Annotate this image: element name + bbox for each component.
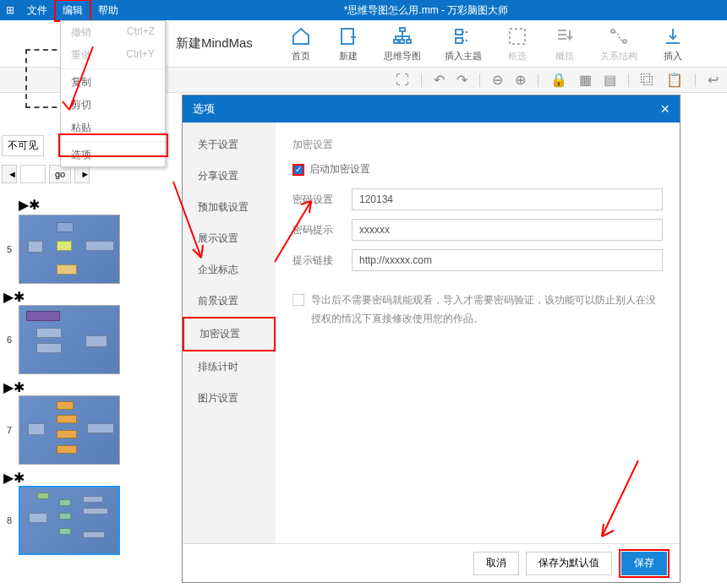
grid-icon[interactable]: ▦ bbox=[579, 72, 592, 88]
layers-icon[interactable]: ▤ bbox=[604, 72, 616, 88]
menu-paste[interactable]: 粘贴 bbox=[61, 117, 165, 139]
svg-rect-3 bbox=[400, 40, 404, 43]
thumb-num: 6 bbox=[3, 335, 15, 345]
sidebar-item-rehearse[interactable]: 排练计时 bbox=[183, 351, 276, 383]
hint-input[interactable] bbox=[352, 219, 663, 241]
back-icon[interactable]: ↩ bbox=[708, 72, 719, 88]
redo-icon[interactable]: ↷ bbox=[456, 72, 467, 88]
prev-button[interactable]: ◄ bbox=[2, 165, 17, 183]
tab-name: 新建MindMaster bbox=[176, 35, 252, 52]
thumbnail-selected[interactable] bbox=[19, 486, 120, 555]
dialog-footer: 取消 保存为默认值 保存 bbox=[183, 543, 680, 582]
password-input[interactable] bbox=[352, 188, 663, 210]
menu-help[interactable]: 帮助 bbox=[91, 1, 125, 20]
sidebar-item-display[interactable]: 展示设置 bbox=[183, 223, 276, 254]
dialog-title: 选项 bbox=[193, 101, 215, 117]
sidebar-item-encryption[interactable]: 加密设置 bbox=[183, 317, 276, 351]
password-label: 密码设置 bbox=[292, 193, 340, 207]
close-icon[interactable]: × bbox=[660, 101, 670, 118]
svg-rect-7 bbox=[510, 29, 525, 44]
zoom-out-icon[interactable]: ⊖ bbox=[492, 72, 503, 88]
fullscreen-icon[interactable]: ⛶ bbox=[396, 73, 409, 88]
play-icon[interactable]: ▶ bbox=[3, 290, 14, 304]
lock-icon[interactable]: 🔒 bbox=[550, 72, 567, 88]
home-button[interactable]: 首页 bbox=[289, 24, 313, 63]
dialog-titlebar: 选项 × bbox=[183, 95, 680, 122]
page-input[interactable] bbox=[20, 165, 46, 183]
menu-file[interactable]: 文件 bbox=[20, 1, 54, 20]
enable-label: 启动加密设置 bbox=[309, 162, 370, 177]
thumbnail[interactable] bbox=[19, 215, 120, 284]
next-button[interactable]: ► bbox=[74, 165, 90, 183]
relation-button: 关系结构 bbox=[600, 24, 637, 63]
gear-icon[interactable]: ✱ bbox=[29, 198, 40, 212]
svg-point-8 bbox=[611, 30, 615, 33]
insert-topic-button[interactable]: 插入主题 bbox=[445, 24, 482, 63]
summary-button: 概括 bbox=[553, 24, 577, 63]
copy-icon[interactable]: ⿻ bbox=[641, 73, 654, 88]
sidebar-item-image[interactable]: 图片设置 bbox=[183, 383, 276, 414]
thumb-num: 8 bbox=[3, 515, 15, 525]
menubar: ⊞ 文件 编辑 帮助 *思维导图怎么用.mm - 万彩脑图大师 bbox=[0, 0, 727, 20]
menu-options[interactable]: 选项 bbox=[61, 144, 165, 166]
sidebar-item-foreground[interactable]: 前景设置 bbox=[183, 286, 276, 317]
save-button[interactable]: 保存 bbox=[621, 552, 667, 575]
menu-edit[interactable]: 编辑 bbox=[54, 0, 91, 22]
window-title: *思维导图怎么用.mm - 万彩脑图大师 bbox=[125, 3, 727, 18]
dialog-sidebar: 关于设置 分享设置 预加载设置 展示设置 企业标志 前景设置 加密设置 排练计时… bbox=[183, 122, 276, 543]
left-panel: 不可见 ◄ go ► ▶✱ 5 ▶✱ 6 bbox=[0, 133, 139, 564]
svg-point-9 bbox=[623, 40, 626, 43]
play-icon[interactable]: ▶ bbox=[19, 198, 29, 212]
gear-icon[interactable]: ✱ bbox=[14, 471, 25, 485]
app-icon: ⊞ bbox=[0, 4, 20, 16]
go-button[interactable]: go bbox=[49, 165, 71, 183]
sidebar-item-preload[interactable]: 预加载设置 bbox=[183, 192, 276, 223]
thumb-num: 7 bbox=[3, 425, 15, 435]
svg-rect-2 bbox=[394, 40, 398, 43]
frame-button: 框选 bbox=[506, 24, 529, 63]
thumb-num: 5 bbox=[3, 244, 15, 254]
edit-menu: 撤销Ctrl+Z 重做Ctrl+Y 复制 剪切 粘贴 选项 bbox=[60, 20, 166, 167]
options-dialog: 选项 × 关于设置 分享设置 预加载设置 展示设置 企业标志 前景设置 加密设置… bbox=[182, 95, 681, 583]
dialog-content: 加密设置 ✓ 启动加密设置 密码设置 密码提示 提示链接 导出后不需要密码就能观… bbox=[276, 122, 680, 543]
cancel-button[interactable]: 取消 bbox=[473, 552, 519, 575]
sidebar-item-share[interactable]: 分享设置 bbox=[183, 161, 276, 192]
link-label: 提示链接 bbox=[292, 253, 340, 268]
invisible-label: 不可见 bbox=[2, 135, 44, 156]
new-button[interactable]: 新建 bbox=[336, 24, 360, 63]
menu-redo[interactable]: 重做Ctrl+Y bbox=[61, 44, 165, 67]
save-default-button[interactable]: 保存为默认值 bbox=[526, 552, 612, 575]
thumbnails: ▶✱ 5 ▶✱ 6 ▶✱ 7 bbox=[0, 185, 139, 564]
zoom-in-icon[interactable]: ⊕ bbox=[515, 72, 526, 88]
svg-rect-5 bbox=[456, 30, 462, 35]
menu-undo[interactable]: 撤销Ctrl+Z bbox=[61, 21, 165, 44]
play-icon[interactable]: ▶ bbox=[3, 380, 14, 395]
svg-rect-6 bbox=[456, 38, 462, 43]
section-title: 加密设置 bbox=[292, 138, 663, 152]
sidebar-item-logo[interactable]: 企业标志 bbox=[183, 254, 276, 286]
insert-button[interactable]: 插入 bbox=[661, 24, 685, 63]
thumbnail[interactable] bbox=[19, 395, 120, 465]
sidebar-item-about[interactable]: 关于设置 bbox=[183, 129, 276, 161]
menu-cut[interactable]: 剪切 bbox=[61, 94, 165, 117]
link-input[interactable] bbox=[352, 249, 663, 271]
undo-icon[interactable]: ↶ bbox=[434, 72, 445, 88]
menu-copy[interactable]: 复制 bbox=[61, 71, 165, 94]
play-icon[interactable]: ▶ bbox=[3, 471, 14, 485]
hint-label: 密码提示 bbox=[292, 223, 340, 237]
gear-icon[interactable]: ✱ bbox=[14, 290, 25, 304]
thumbnail[interactable] bbox=[19, 305, 120, 374]
gear-icon[interactable]: ✱ bbox=[14, 380, 25, 395]
mindmap-button[interactable]: 思维导图 bbox=[384, 24, 421, 63]
desc-checkbox[interactable] bbox=[292, 294, 304, 306]
desc-text: 导出后不需要密码就能观看，导入才需要密码验证，该功能可以防止别人在没授权的情况下… bbox=[311, 291, 663, 328]
paste-icon[interactable]: 📋 bbox=[666, 72, 683, 88]
svg-rect-4 bbox=[407, 40, 411, 43]
svg-rect-1 bbox=[400, 28, 405, 31]
enable-checkbox[interactable]: ✓ bbox=[292, 164, 304, 176]
